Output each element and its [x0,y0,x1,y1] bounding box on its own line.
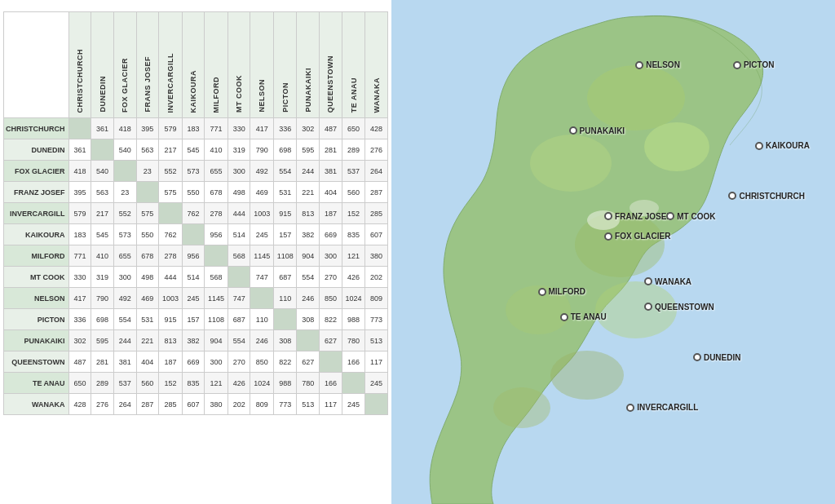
distance-cell: 152 [342,203,364,224]
distance-cell: 850 [320,288,342,309]
distance-cell: 166 [320,373,342,394]
location-marker-franz-josef: FRANZ JOSEF [604,212,671,221]
distance-cell: 285 [159,394,182,415]
distance-cell: 281 [320,139,342,161]
distance-cell: 276 [365,139,388,161]
distance-cell: 270 [228,351,250,373]
marker-label: PICTON [744,60,775,69]
distance-cell: 650 [342,118,364,139]
distance-cell: 418 [68,161,91,182]
distance-cell: 850 [250,351,273,373]
distance-cell: 552 [159,161,182,182]
distance-cell: 336 [273,118,296,139]
marker-dot [728,192,736,200]
marker-label: INVERCARGILL [637,403,698,412]
row-header-queenstown: QUEENSTOWN [4,351,69,373]
distance-cell: 988 [273,373,296,394]
distance-cell: 244 [113,330,136,351]
distance-cell: 319 [228,139,250,161]
row-header-invercargill: INVERCARGILL [4,203,69,224]
distance-cell: 513 [365,330,388,351]
row-header-kaikoura: KAIKOURA [4,224,69,245]
marker-dot [604,212,612,220]
table-row: CHRISTCHURCH3614183955791837713304173363… [4,118,388,139]
distance-cell: 380 [205,394,228,415]
distance-cell: 285 [365,203,388,224]
location-marker-christchurch: CHRISTCHURCH [728,192,805,201]
distance-cell: 382 [182,330,205,351]
distance-cell: 956 [205,224,228,245]
marker-label: MT COOK [677,212,715,221]
location-marker-nelson: NELSON [635,60,680,69]
distance-cell: 554 [273,161,296,182]
col-header-queenstown: QUEENSTOWN [320,12,342,118]
row-header-te-anau: TE ANAU [4,373,69,394]
distance-cell [228,267,250,288]
distance-cell: 552 [113,203,136,224]
distance-cell: 187 [159,351,182,373]
distance-cell: 264 [113,394,136,415]
location-marker-queenstown: QUEENSTOWN [644,303,714,312]
distance-cell: 221 [297,182,320,203]
distance-cell: 221 [136,330,159,351]
marker-label: CHRISTCHURCH [739,192,805,201]
location-marker-milford: MILFORD [538,287,586,296]
distance-cell: 813 [297,203,320,224]
distance-cell: 381 [320,161,342,182]
distance-cell: 270 [320,267,342,288]
map-panel: NELSONPICTONPUNAKAIKIKAIKOURAFRANZ JOSEF… [391,0,835,504]
col-header-dunedin: DUNEDIN [91,12,114,118]
col-header-nelson: NELSON [250,12,273,118]
distance-cell: 246 [250,330,273,351]
distance-cell [113,161,136,182]
marker-label: PUNAKAIKI [580,126,625,135]
distance-cell: 627 [320,330,342,351]
row-header-milford: MILFORD [4,245,69,267]
marker-dot [644,303,652,311]
distance-cell: 117 [365,351,388,373]
distance-cell: 809 [250,394,273,415]
distance-cell: 281 [91,351,114,373]
marker-label: FRANZ JOSEF [615,212,671,221]
distance-cell: 560 [136,373,159,394]
distance-cell: 545 [91,224,114,245]
distance-cell: 655 [205,161,228,182]
location-marker-fox-glacier: FOX GLACIER [604,232,670,241]
distance-cell: 302 [297,118,320,139]
table-row: QUEENSTOWN487281381404187669300270850822… [4,351,388,373]
distance-cell: 121 [205,373,228,394]
distance-cell: 469 [136,288,159,309]
distance-cell: 404 [320,182,342,203]
distance-cell: 287 [365,182,388,203]
distance-cell: 747 [250,267,273,288]
distance-cell: 687 [228,309,250,330]
marker-dot [560,313,568,321]
distance-cell: 595 [297,139,320,161]
row-header-mt-cook: MT COOK [4,267,69,288]
distance-cell: 822 [320,309,342,330]
distance-cell: 537 [113,373,136,394]
table-row: KAIKOURA18354557355076295651424515738266… [4,224,388,245]
distance-cell: 492 [250,161,273,182]
distance-cell: 698 [273,139,296,161]
distance-cell: 336 [68,309,91,330]
distance-cell: 117 [320,394,342,415]
distance-cell: 287 [136,394,159,415]
location-marker-te-anau: TE ANAU [560,312,607,321]
marker-dot [635,61,643,69]
svg-point-7 [550,351,624,400]
svg-point-1 [587,65,685,130]
corner-cell [4,12,69,118]
distance-cell: 560 [342,182,364,203]
marker-label: MILFORD [549,287,586,296]
row-header-nelson: NELSON [4,288,69,309]
distance-cell: 575 [136,203,159,224]
marker-dot [666,212,674,220]
distance-cell: 157 [273,224,296,245]
table-row: NELSON4177904924691003245114574711024685… [4,288,388,309]
distance-cell: 762 [159,224,182,245]
distance-cell: 513 [297,394,320,415]
distance-cell: 244 [297,161,320,182]
distance-cell [91,139,114,161]
distance-cell: 418 [113,118,136,139]
